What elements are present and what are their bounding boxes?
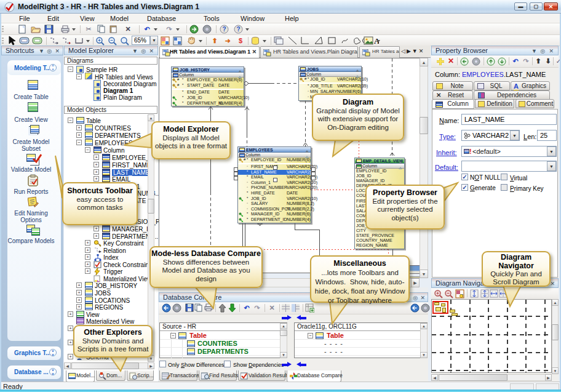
svg-text:?: ?: [236, 26, 240, 33]
svg-text:?: ?: [222, 26, 226, 33]
